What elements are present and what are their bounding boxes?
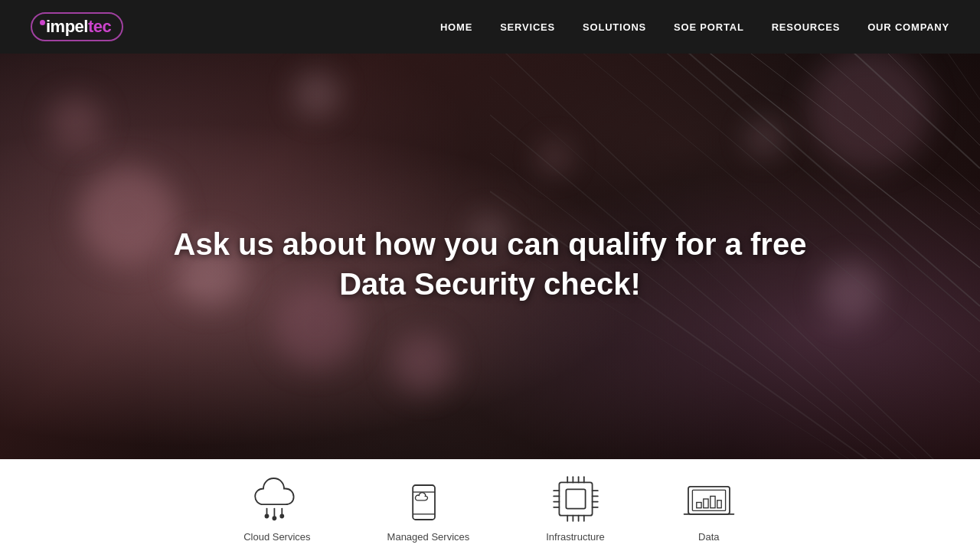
nav-resources[interactable]: RESOURCES [772,21,841,33]
svg-rect-51 [717,500,721,508]
logo-impel: impel [46,17,88,37]
svg-rect-28 [566,489,585,508]
svg-point-22 [273,517,276,520]
icons-bar: Cloud Services Managed Services [0,459,980,551]
svg-rect-27 [559,482,592,515]
managed-icon [400,471,456,527]
svg-point-23 [280,514,284,518]
nav-solutions[interactable]: SOLUTIONS [583,21,646,33]
nav-services[interactable]: SERVICES [500,21,555,33]
svg-rect-49 [704,499,708,508]
nav-soe-portal[interactable]: SOE PORTAL [674,21,744,33]
data-label: Data [698,531,719,543]
managed-label: Managed Services [387,531,470,543]
chip-icon [548,471,603,527]
svg-line-15 [490,153,903,474]
icon-cloud[interactable]: Cloud Services [243,471,310,543]
cloud-label: Cloud Services [243,531,310,543]
svg-line-8 [528,8,980,383]
nav-home[interactable]: HOME [440,21,472,33]
navbar: impeltec HOME SERVICES SOLUTIONS SOE POR… [0,0,980,54]
infrastructure-label: Infrastructure [546,531,605,543]
icon-infrastructure[interactable]: Infrastructure [546,471,605,543]
nav-our-company[interactable]: OUR COMPANY [867,21,949,33]
nav-links: HOME SERVICES SOLUTIONS SOE PORTAL RESOU… [440,21,949,33]
cloud-icon [250,471,305,527]
logo-tec: tec [88,17,111,37]
hero-section: Ask us about how you can qualify for a f… [0,0,980,474]
svg-rect-45 [688,487,730,514]
svg-rect-50 [710,496,715,507]
svg-rect-48 [697,503,701,508]
data-icon [681,471,737,527]
svg-point-21 [265,514,269,518]
logo[interactable]: impeltec [31,12,123,41]
icon-data[interactable]: Data [681,471,737,543]
icon-managed[interactable]: Managed Services [387,471,470,543]
hero-headline: Ask us about how you can qualify for a f… [145,224,835,304]
hero-text: Ask us about how you can qualify for a f… [145,224,835,304]
